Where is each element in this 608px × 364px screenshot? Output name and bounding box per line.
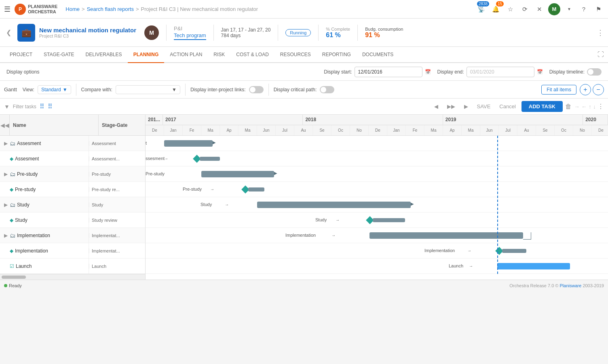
task-name[interactable]: Implementation [15, 248, 87, 254]
expand-row-icon[interactable]: ▶ [2, 141, 10, 146]
cancel-button[interactable]: Cancel [496, 102, 519, 111]
month-cell: De [146, 125, 164, 135]
help-icon[interactable]: ? [578, 4, 589, 15]
task-name[interactable]: Implementation [17, 233, 87, 238]
more-dots-icon[interactable]: ⋮ [597, 103, 604, 110]
tab-resources[interactable]: RESOURCES [274, 47, 317, 63]
display-timeline-control: Display timeline: [549, 68, 602, 76]
expand-row-icon[interactable]: ▶ [2, 202, 10, 208]
date-days: 784 days [221, 33, 241, 38]
crit-toggle[interactable] [320, 86, 334, 93]
hamburger-icon[interactable]: ☰ [4, 5, 11, 14]
breadcrumb-home[interactable]: Home [65, 6, 80, 12]
columns-icon-2[interactable]: ⠿ [48, 103, 53, 110]
more-icon[interactable]: ⋮ [597, 28, 604, 37]
tab-stage-gate[interactable]: STAGE-GATE [38, 47, 80, 63]
compare-select[interactable]: ▼ [116, 85, 180, 94]
table-row: ◆ Study Study review [0, 213, 145, 228]
status-bar: Ready Orchestra Release 7.0 © Planisware… [0, 280, 608, 291]
zoom-out-icon[interactable]: − [593, 84, 604, 95]
breadcrumb-search[interactable]: Search flash reports [87, 6, 134, 12]
notification-bell[interactable]: 📡 2838 [475, 4, 487, 15]
timeline-toggle[interactable] [587, 68, 602, 76]
task-name[interactable]: Study [17, 202, 87, 208]
month-cell: Jun [480, 125, 499, 135]
end-calendar-icon[interactable]: 📅 [537, 69, 543, 75]
tab-action-plan[interactable]: ACTION PLAN [164, 47, 208, 63]
tab-documents[interactable]: DOCUMENTS [357, 47, 399, 63]
expand-icon[interactable]: ❮ [4, 27, 13, 38]
implementation-bar[interactable] [369, 232, 523, 239]
expand-row-icon[interactable]: ▶ [2, 233, 10, 238]
flag-icon[interactable]: ⚑ [593, 4, 604, 15]
columns-icon-1[interactable]: ⠿ [40, 103, 44, 110]
forward-icon[interactable]: ▶ [461, 102, 471, 111]
task-name[interactable]: Assesment [17, 141, 87, 146]
bar-label: Pre-study [146, 171, 165, 176]
tab-reporting[interactable]: REPORTING [317, 47, 357, 63]
fit-all-button[interactable]: Fit all items [541, 85, 576, 95]
project-icon: 💼 [17, 24, 35, 42]
move-left-icon[interactable]: ← [581, 103, 587, 110]
month-cell: Oc [555, 125, 573, 135]
task-name[interactable]: Pre-study [15, 187, 87, 192]
prestudy-bar-2[interactable] [248, 187, 264, 191]
planisware-link[interactable]: Planisware [560, 283, 582, 288]
move-down-icon[interactable]: ↓ [593, 103, 596, 110]
close-icon[interactable]: ✕ [534, 4, 545, 15]
month-cell: Au [294, 125, 313, 135]
month-cell: Se [536, 125, 555, 135]
alert-icon[interactable]: 🔔 15 [490, 4, 501, 15]
month-cell: Jun [257, 125, 276, 135]
tab-project[interactable]: PROJECT [4, 47, 38, 63]
ipl-toggle[interactable] [249, 86, 264, 93]
launch-bar[interactable] [497, 263, 570, 269]
start-calendar-icon[interactable]: 📅 [425, 69, 431, 75]
diamond-icon: ◆ [10, 156, 13, 162]
display-start-control: Display start: 📅 [324, 67, 431, 77]
sync-icon[interactable]: ⟳ [519, 4, 530, 15]
chevron-down-icon[interactable]: ▼ [564, 4, 575, 15]
star-icon[interactable]: ☆ [505, 4, 516, 15]
task-name[interactable]: Pre-study [17, 171, 87, 177]
assessment-bar-2[interactable] [200, 157, 220, 161]
add-task-button[interactable]: ADD TASK [521, 101, 563, 112]
project-avatar[interactable]: M [144, 25, 159, 40]
logo-icon: P [15, 4, 26, 15]
save-button[interactable]: SAVE [474, 102, 494, 111]
prestudy-bar[interactable] [201, 171, 274, 177]
tab-expand-icon[interactable]: ⛶ [597, 51, 604, 58]
avatar[interactable]: M [548, 3, 560, 15]
study-bar-2[interactable] [373, 218, 405, 222]
expand-row-icon[interactable]: ▶ [2, 171, 10, 177]
tab-planning[interactable]: PLANNING [128, 47, 165, 63]
gantt-right-panel[interactable]: 201... 2017 2018 2019 2020 De Jan Fe Ma … [146, 115, 608, 280]
collapse-icon[interactable]: ◀◀ [0, 115, 10, 135]
view-select[interactable]: Standard ▼ [38, 85, 71, 94]
task-name[interactable]: Assesment [15, 156, 87, 162]
stage-gate-value: Implementat... [89, 233, 137, 238]
scrollbar-thumb[interactable] [2, 276, 26, 279]
redo-icon[interactable]: ▶▶ [444, 102, 458, 111]
delete-icon[interactable]: 🗑 [565, 103, 572, 110]
display-end-input[interactable] [467, 67, 534, 77]
tab-deliverables[interactable]: DELIVERABLES [80, 47, 128, 63]
move-up-icon[interactable]: ↑ [589, 103, 591, 110]
task-name[interactable]: Study [15, 217, 87, 223]
filter-icon[interactable]: ▼ [4, 103, 10, 110]
display-start-input[interactable] [355, 67, 422, 77]
tech-link[interactable]: Tech program [174, 32, 206, 40]
horizontal-scrollbar[interactable] [0, 274, 145, 280]
bar-label: Implementation [285, 233, 316, 238]
assessment-bar[interactable] [164, 140, 213, 147]
task-name[interactable]: Launch [16, 263, 87, 269]
pi-link[interactable]: P&I [174, 25, 206, 32]
table-row: ▶ 🗂 Assesment Assessment [0, 136, 145, 151]
tab-risk[interactable]: RISK [208, 47, 230, 63]
impl-bar-2[interactable] [502, 249, 526, 253]
study-bar[interactable] [257, 202, 411, 208]
move-right-icon[interactable]: → [574, 103, 580, 110]
tab-cost-load[interactable]: COST & LOAD [230, 47, 274, 63]
zoom-in-icon[interactable]: + [580, 84, 591, 95]
undo-icon[interactable]: ◀ [431, 102, 441, 111]
